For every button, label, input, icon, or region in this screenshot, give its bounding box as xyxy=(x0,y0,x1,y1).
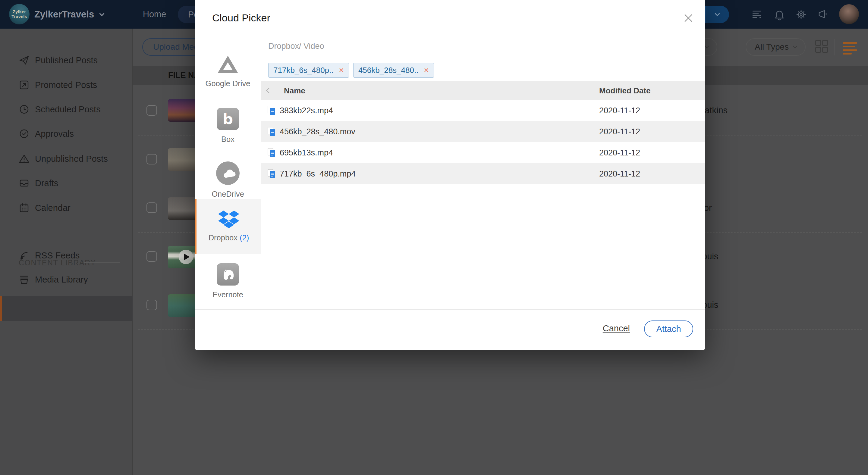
sidebar-item-rss-feeds[interactable]: RSS Feeds xyxy=(0,246,133,265)
list-view-icon[interactable] xyxy=(843,42,857,54)
new-post-caret[interactable] xyxy=(706,6,729,23)
file-row[interactable]: 383kb22s.mp4 2020-11-12 xyxy=(261,100,705,121)
modal-content: Dropbox/ Video 717kb_6s_480p.. × 456kb_2… xyxy=(261,36,705,309)
sidebar-item-media-library[interactable]: Media Library xyxy=(0,270,133,289)
row-checkbox[interactable] xyxy=(147,251,157,262)
promote-arrow-icon xyxy=(19,79,30,90)
evernote-icon xyxy=(217,263,239,285)
cancel-button[interactable]: Cancel xyxy=(603,324,630,333)
cloud-services-rail: Google Drive b Box OneDrive xyxy=(195,36,261,309)
attach-button[interactable]: Attach xyxy=(644,320,693,337)
warning-triangle-icon xyxy=(19,153,30,164)
chevron-down-icon xyxy=(715,11,720,16)
file-table-header: Name Modified Date xyxy=(261,81,705,100)
file-video-icon xyxy=(268,127,276,136)
service-google-drive[interactable]: Google Drive xyxy=(195,44,261,99)
dropbox-count: (2) xyxy=(240,233,249,242)
row-checkbox[interactable] xyxy=(147,154,157,165)
file-video-icon xyxy=(268,169,276,179)
clock-icon xyxy=(19,104,30,115)
selected-file-chips: 717kb_6s_480p.. × 456kb_28s_480.. × xyxy=(268,63,434,78)
paper-plane-icon xyxy=(19,55,30,66)
nav-home[interactable]: Home xyxy=(143,0,166,29)
close-icon[interactable] xyxy=(682,12,694,24)
file-name: 383kb22s.mp4 xyxy=(280,100,333,121)
file-video-icon xyxy=(268,148,276,158)
breadcrumb-row: Dropbox/ Video xyxy=(261,36,705,56)
file-row[interactable]: 717kb_6s_480p.mp4 2020-11-12 xyxy=(261,163,705,184)
chevron-down-icon xyxy=(793,44,797,48)
sidebar-item-calendar[interactable]: Calendar xyxy=(0,199,133,217)
modal-header: Cloud Picker xyxy=(195,0,705,36)
file-date: 2020-11-12 xyxy=(599,121,640,142)
sidebar-item-approvals[interactable]: Approvals xyxy=(0,125,133,143)
service-dropbox[interactable]: Dropbox (2) xyxy=(195,199,261,254)
column-modified-date: Modified Date xyxy=(599,81,650,100)
service-box[interactable]: b Box xyxy=(195,99,261,153)
screen: Zylker Travels ZylkerTravels Home Posts … xyxy=(0,0,868,475)
user-avatar[interactable] xyxy=(839,4,859,24)
file-date: 2020-11-12 xyxy=(599,142,640,163)
file-date: 2020-11-12 xyxy=(599,100,640,121)
types-filter-dropdown[interactable]: All Types xyxy=(746,38,806,56)
brand-switcher[interactable]: ZylkerTravels xyxy=(34,0,104,29)
back-chevron-icon[interactable] xyxy=(266,88,272,93)
sidebar-item-published-posts[interactable]: Published Posts xyxy=(0,51,133,69)
file-chip[interactable]: 717kb_6s_480p.. × xyxy=(268,63,349,78)
sidebar: Published Posts Promoted Posts Scheduled… xyxy=(0,29,133,475)
modal-footer: Cancel Attach xyxy=(195,309,705,350)
brand-logo[interactable]: Zylker Travels xyxy=(9,4,30,24)
column-name: Name xyxy=(284,81,305,100)
brand-name: ZylkerTravels xyxy=(34,9,94,20)
chip-close-icon[interactable]: × xyxy=(424,66,429,74)
rss-icon xyxy=(19,250,30,261)
file-row[interactable]: 695kb13s.mp4 2020-11-12 xyxy=(261,142,705,163)
chevron-down-icon xyxy=(99,11,104,16)
dropbox-icon xyxy=(218,210,240,229)
service-evernote[interactable]: Evernote xyxy=(195,254,261,308)
sidebar-item-scheduled-posts[interactable]: Scheduled Posts xyxy=(0,100,133,118)
file-video-icon xyxy=(268,106,276,115)
sidebar-item-unpublished-posts[interactable]: Unpublished Posts xyxy=(0,150,133,168)
row-checkbox[interactable] xyxy=(147,202,157,213)
row-checkbox[interactable] xyxy=(147,105,157,116)
drafts-tray-icon xyxy=(19,178,30,189)
toolbar-divider xyxy=(835,39,835,56)
onedrive-icon xyxy=(216,162,240,185)
file-date: 2020-11-12 xyxy=(599,163,640,184)
chip-close-icon[interactable]: × xyxy=(339,66,344,74)
sidebar-item-promoted-posts[interactable]: Promoted Posts xyxy=(0,76,133,94)
file-name: 456kb_28s_480.mov xyxy=(280,121,355,142)
row-checkbox[interactable] xyxy=(147,300,157,310)
queue-icon[interactable] xyxy=(751,8,763,21)
calendar-icon xyxy=(19,202,30,213)
modal-title: Cloud Picker xyxy=(212,0,270,36)
file-row[interactable]: 456kb_28s_480.mov 2020-11-12 xyxy=(261,121,705,142)
brand-logo-text2: Travels xyxy=(11,14,27,19)
google-drive-icon xyxy=(217,55,239,74)
media-library-icon xyxy=(19,274,30,285)
grid-view-icon[interactable] xyxy=(814,39,829,54)
megaphone-icon[interactable] xyxy=(817,8,829,21)
file-name: 695kb13s.mp4 xyxy=(280,142,333,163)
breadcrumb[interactable]: Dropbox/ Video xyxy=(268,36,324,56)
cloud-picker-modal: Cloud Picker Google Drive b Box xyxy=(195,0,705,350)
brand-logo-text1: Zylker xyxy=(13,9,26,14)
approval-badge-icon xyxy=(19,128,30,139)
bell-icon[interactable] xyxy=(773,8,785,21)
file-chip[interactable]: 456kb_28s_480.. × xyxy=(353,63,434,78)
sidebar-item-drafts[interactable]: Drafts xyxy=(0,174,133,192)
sidebar-selected-highlight xyxy=(0,296,133,321)
video-play-icon[interactable] xyxy=(179,250,193,264)
box-icon: b xyxy=(217,108,239,130)
gear-icon[interactable] xyxy=(795,8,807,21)
file-name: 717kb_6s_480p.mp4 xyxy=(280,163,355,184)
